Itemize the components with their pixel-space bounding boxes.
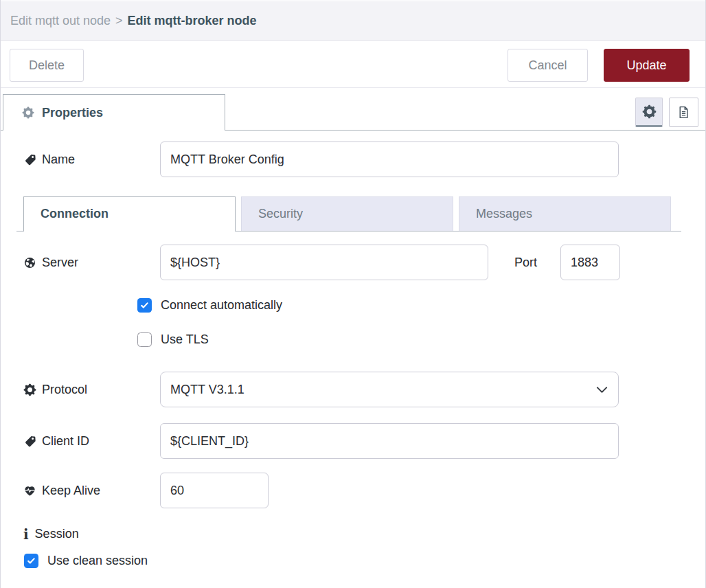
keep-alive-row: Keep Alive [1, 473, 705, 508]
delete-button[interactable]: Delete [10, 49, 84, 82]
name-input[interactable] [160, 142, 619, 177]
server-label: Server [23, 256, 160, 270]
page-title: Edit mqtt-broker node [128, 14, 257, 28]
broker-section-tabs: Connection Security Messages [16, 196, 681, 231]
tab-security[interactable]: Security [241, 196, 453, 231]
update-button[interactable]: Update [604, 49, 690, 82]
toolbar-right-group: Cancel Update [508, 49, 690, 82]
globe-icon [23, 256, 36, 269]
show-properties-button[interactable] [635, 98, 663, 127]
check-icon [139, 300, 150, 310]
edit-node-dialog: Edit mqtt out node > Edit mqtt-broker no… [0, 0, 706, 588]
show-description-button[interactable] [669, 98, 698, 127]
tab-properties[interactable]: Properties [3, 94, 225, 131]
clean-session-row: Use clean session [1, 554, 705, 568]
use-tls-label[interactable]: Use TLS [161, 332, 209, 347]
keep-alive-label: Keep Alive [23, 484, 160, 498]
protocol-row: Protocol MQTT V3.1.1 [1, 372, 705, 407]
clean-session-checkbox[interactable] [24, 554, 38, 568]
cancel-button[interactable]: Cancel [508, 49, 588, 82]
breadcrumb-parent[interactable]: Edit mqtt out node [10, 14, 111, 28]
gear-icon [22, 106, 34, 119]
keep-alive-input[interactable] [160, 473, 269, 508]
server-row: Server Port [1, 245, 705, 280]
client-id-row: Client ID [1, 423, 705, 459]
gear-icon [642, 104, 657, 119]
editor-tabbar: Properties [1, 94, 705, 131]
breadcrumb-separator: > [115, 14, 123, 28]
client-id-label: Client ID [23, 434, 160, 449]
tag-icon [23, 435, 36, 448]
info-icon: i [23, 528, 29, 541]
dialog-toolbar: Delete Cancel Update [1, 41, 705, 88]
tab-connection[interactable]: Connection [23, 196, 236, 231]
session-label: Session [35, 527, 79, 541]
use-tls-checkbox[interactable] [137, 332, 152, 347]
chevron-down-icon [594, 382, 610, 398]
protocol-selected-value: MQTT V3.1.1 [170, 383, 244, 397]
client-id-input[interactable] [160, 423, 619, 459]
connect-automatically-row: Connect automatically [1, 298, 705, 313]
use-tls-row: Use TLS [1, 332, 705, 347]
name-row: Name [1, 142, 705, 177]
check-icon [26, 556, 36, 566]
tab-properties-label: Properties [42, 106, 103, 120]
gear-icon [23, 383, 36, 396]
connect-automatically-checkbox[interactable] [137, 298, 152, 313]
protocol-label: Protocol [23, 383, 160, 397]
connect-automatically-label[interactable]: Connect automatically [161, 298, 282, 313]
name-label: Name [23, 152, 160, 167]
protocol-select[interactable]: MQTT V3.1.1 [160, 372, 619, 407]
port-input[interactable] [560, 245, 620, 280]
port-label: Port [514, 256, 537, 270]
heartbeat-icon [23, 484, 36, 497]
tab-messages[interactable]: Messages [459, 196, 671, 231]
tag-icon [23, 153, 36, 166]
properties-form: Name Connection Security Messages Server [1, 142, 705, 568]
breadcrumb: Edit mqtt out node > Edit mqtt-broker no… [1, 0, 705, 41]
document-icon [676, 105, 691, 120]
session-heading: i Session [1, 527, 705, 541]
clean-session-label[interactable]: Use clean session [47, 554, 148, 568]
server-input[interactable] [160, 245, 488, 280]
